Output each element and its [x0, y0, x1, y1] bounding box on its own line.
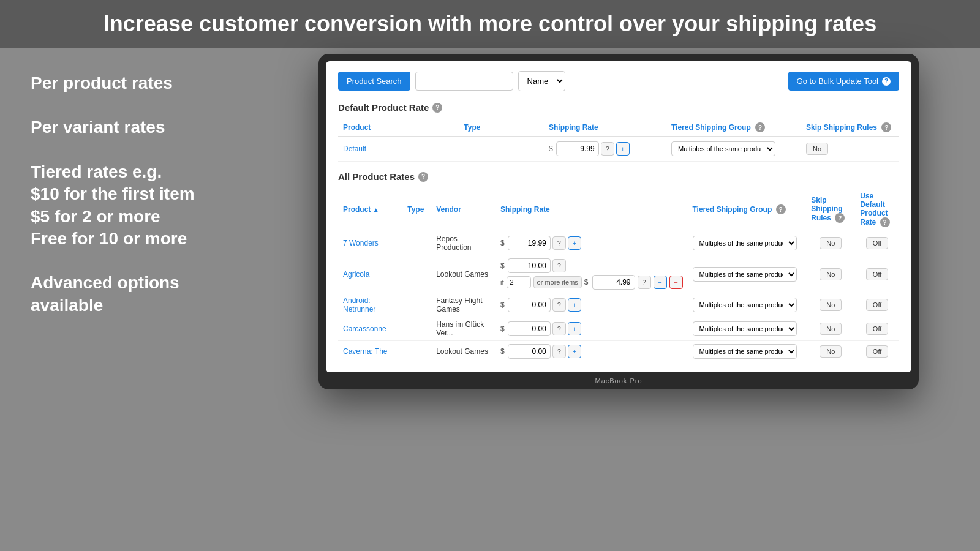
help-rate-caverna[interactable]: ?: [552, 345, 566, 358]
all-col-vendor: Vendor: [431, 188, 496, 231]
skip-toggle-caverna[interactable]: No: [820, 345, 842, 358]
add-tier-7wonders[interactable]: +: [568, 236, 581, 250]
use-default-toggle-caverna[interactable]: Off: [866, 345, 888, 358]
default-product-link[interactable]: Default: [343, 144, 366, 153]
vendor-carcassonne: Hans im Glück Ver...: [431, 317, 496, 341]
vendor-agricola: Lookout Games: [431, 255, 496, 293]
default-rate-table: Product Type Shipping Rate Tiered Shippi…: [338, 119, 899, 162]
tiered-help-icon-default[interactable]: ?: [755, 122, 765, 132]
feature-per-product: Per product rates: [31, 72, 227, 94]
tiered-select-agricola[interactable]: Multiples of the same product: [693, 267, 797, 282]
main-layout: Per product rates Per variant rates Tier…: [0, 48, 980, 551]
all-col-use-default: Use Default Product Rate ?: [855, 188, 899, 231]
toolbar: Product Search Name Go to Bulk Update To…: [338, 71, 899, 91]
default-col-type: Type: [459, 119, 544, 137]
help-rate-agricola-2[interactable]: ?: [638, 276, 651, 289]
skip-help-icon-default[interactable]: ?: [881, 122, 891, 132]
default-rate-input[interactable]: [556, 141, 599, 156]
laptop: Product Search Name Go to Bulk Update To…: [318, 54, 919, 389]
rate-input-agricola-1[interactable]: [508, 258, 551, 273]
use-default-help[interactable]: ?: [880, 217, 890, 227]
tiered-select-carcassonne[interactable]: Multiples of the same product: [693, 321, 797, 336]
skip-toggle-agricola[interactable]: No: [820, 268, 842, 280]
default-skip-toggle[interactable]: No: [806, 143, 828, 155]
default-add-icon[interactable]: +: [616, 142, 630, 156]
feature-per-variant: Per variant rates: [31, 116, 227, 138]
use-default-toggle-7wonders[interactable]: Off: [866, 237, 888, 249]
add-tier-android[interactable]: +: [568, 298, 581, 312]
all-col-tiered: Tiered Shipping Group ?: [688, 188, 807, 231]
all-help-icon[interactable]: ?: [418, 172, 428, 182]
product-search-button[interactable]: Product Search: [338, 72, 410, 91]
feature-advanced: Advanced options available: [31, 272, 227, 317]
table-row: 7 Wonders Repos Production $ ? +: [338, 231, 899, 255]
skip-help-all[interactable]: ?: [835, 213, 845, 223]
add-tier-carcassonne[interactable]: +: [568, 322, 581, 335]
use-default-toggle-android[interactable]: Off: [866, 299, 888, 311]
tiered-select-7wonders[interactable]: Multiples of the same product: [693, 236, 797, 250]
feature-tiered-label: Tiered rates e.g. $10 for the first item…: [31, 161, 227, 250]
all-rates-table: Product ▲ Type Vendor Shipping Rate Tier…: [338, 188, 899, 362]
table-row: Agricola Lookout Games $ ?: [338, 255, 899, 293]
tiered-help-icon-all[interactable]: ?: [776, 204, 786, 214]
left-sidebar: Per product rates Per variant rates Tier…: [0, 48, 257, 551]
feature-per-variant-label: Per variant rates: [31, 116, 227, 138]
rate-input-caverna[interactable]: [508, 344, 551, 359]
table-row: Carcassonne Hans im Glück Ver... $ ? +: [338, 317, 899, 341]
laptop-screen: Product Search Name Go to Bulk Update To…: [326, 61, 911, 372]
rate-group-carcassonne: $ ? +: [500, 321, 682, 336]
rate-group-android: $ ? +: [500, 298, 682, 312]
default-section-heading: Default Product Rate ?: [338, 102, 899, 113]
help-rate-agricola-1[interactable]: ?: [552, 259, 566, 272]
use-default-toggle-carcassonne[interactable]: Off: [866, 323, 888, 335]
feature-advanced-label: Advanced options available: [31, 272, 227, 317]
product-link-caverna[interactable]: Caverna: The: [343, 347, 388, 356]
default-tiered-select[interactable]: Multiples of the same product: [671, 141, 775, 156]
tier-qty-agricola[interactable]: [507, 276, 531, 288]
rate-group-7wonders: $ ? +: [500, 236, 682, 250]
feature-per-product-label: Per product rates: [31, 72, 227, 94]
default-help-icon[interactable]: ?: [432, 103, 442, 113]
help-rate-carcassonne[interactable]: ?: [552, 322, 566, 335]
rate-input-7wonders[interactable]: [508, 236, 551, 250]
default-col-shipping-rate: Shipping Rate: [544, 119, 666, 137]
remove-tier-agricola[interactable]: −: [669, 276, 683, 289]
help-rate-android[interactable]: ?: [552, 298, 566, 312]
search-input[interactable]: [415, 72, 513, 91]
laptop-brand: MacBook Pro: [595, 377, 642, 384]
default-rate-row: Default $ ? +: [338, 137, 899, 162]
skip-toggle-android[interactable]: No: [820, 299, 842, 311]
agricola-tier-row: if or more items $ ? + −: [500, 275, 682, 290]
skip-toggle-7wonders[interactable]: No: [820, 237, 842, 249]
default-col-tiered: Tiered Shipping Group ?: [666, 119, 801, 137]
default-help-rate-icon[interactable]: ?: [601, 142, 614, 156]
product-sort-icon[interactable]: ▲: [373, 206, 379, 213]
use-default-toggle-agricola[interactable]: Off: [866, 268, 888, 280]
rate-input-android[interactable]: [508, 298, 551, 312]
all-section-heading: All Product Rates ?: [338, 171, 899, 182]
product-link-android[interactable]: Android: Netrunner: [343, 296, 375, 313]
table-row: Android: Netrunner Fantasy Flight Games …: [338, 293, 899, 317]
table-row: Caverna: The Lookout Games $ ? +: [338, 341, 899, 362]
all-col-product: Product ▲: [338, 188, 402, 231]
add-tier-caverna[interactable]: +: [568, 345, 581, 358]
laptop-wrapper: Product Search Name Go to Bulk Update To…: [257, 48, 980, 551]
add-tier-agricola[interactable]: +: [654, 276, 667, 289]
product-link-agricola[interactable]: Agricola: [343, 270, 369, 279]
rate-input-carcassonne[interactable]: [508, 321, 551, 336]
help-rate-7wonders[interactable]: ?: [552, 236, 566, 250]
tiered-select-caverna[interactable]: Multiples of the same product: [693, 344, 797, 359]
skip-toggle-carcassonne[interactable]: No: [820, 323, 842, 335]
tiered-select-android[interactable]: Multiples of the same product: [693, 298, 797, 312]
product-link-carcassonne[interactable]: Carcassonne: [343, 324, 386, 333]
bulk-update-button[interactable]: Go to Bulk Update Tool ?: [788, 72, 899, 91]
agricola-rate-container: $ ? if or more items $: [500, 258, 682, 290]
product-link-7wonders[interactable]: 7 Wonders: [343, 239, 379, 247]
default-dollar: $: [549, 144, 553, 153]
rate-input-agricola-2[interactable]: [592, 275, 635, 290]
header-title: Increase customer conversion with more c…: [24, 11, 956, 37]
vendor-android: Fantasy Flight Games: [431, 293, 496, 317]
rate-group-agricola-1: $ ?: [500, 258, 682, 273]
name-select[interactable]: Name: [518, 71, 565, 91]
vendor-caverna: Lookout Games: [431, 341, 496, 362]
